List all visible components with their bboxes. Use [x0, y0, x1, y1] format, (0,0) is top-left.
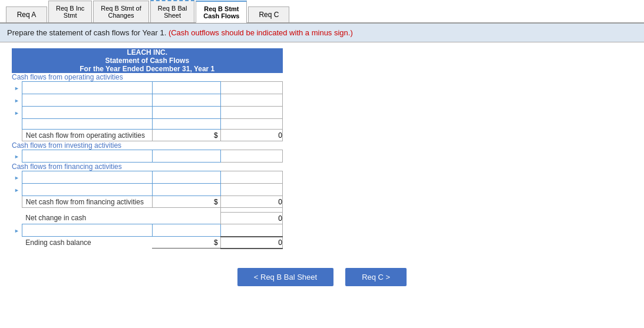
- operating-input-row-2: ►: [12, 94, 283, 107]
- investing-section-label: Cash flows from investing activities: [12, 141, 283, 150]
- op-input-desc-1[interactable]: [23, 82, 151, 93]
- fin-spacer-row: [12, 208, 283, 213]
- net-financing-value: 0: [220, 196, 282, 208]
- operating-input-row-3: ►: [12, 107, 283, 119]
- tab-req-b-inc[interactable]: Req B Inc Stmt: [48, 1, 92, 22]
- tab-req-c[interactable]: Req C: [248, 6, 289, 22]
- op-input-desc-3[interactable]: [23, 107, 151, 118]
- net-operating-dollar: $: [214, 131, 218, 140]
- fin-input-val-2[interactable]: [153, 184, 220, 195]
- financing-section-label-row: Cash flows from financing activities: [12, 163, 283, 171]
- company-name-row: LEACH INC.: [12, 48, 283, 57]
- ending-input-row: ►: [12, 224, 283, 237]
- ending-input-val[interactable]: [153, 225, 220, 236]
- inv-input-val[interactable]: [153, 151, 220, 161]
- net-change-value: 0: [220, 213, 282, 224]
- net-operating-row: Net cash flow from operating activities …: [12, 130, 283, 141]
- net-operating-label: Net cash flow from operating activities: [22, 130, 152, 141]
- inv-input-desc[interactable]: [23, 151, 151, 161]
- net-change-label: Net change in cash: [22, 213, 152, 224]
- op-input-val-1[interactable]: [153, 82, 220, 93]
- fin-input-val-1[interactable]: [153, 172, 220, 183]
- instruction-text: Prepare the statement of cash flows for …: [7, 28, 166, 37]
- op-input-val-3[interactable]: [153, 107, 220, 118]
- operating-input-row-1: ►: [12, 82, 283, 94]
- ending-input-desc[interactable]: [23, 225, 151, 236]
- operating-section-label: Cash flows from operating activities: [12, 73, 283, 82]
- statement-container: LEACH INC. Statement of Cash Flows For t…: [12, 48, 283, 249]
- period-row: For the Year Ended December 31, Year 1: [12, 65, 283, 73]
- fin-input-desc-2[interactable]: [23, 184, 151, 195]
- financing-section-label: Cash flows from financing activities: [12, 163, 283, 171]
- instruction-warning: (Cash outflows should be indicated with …: [169, 28, 353, 37]
- instruction-bar: Prepare the statement of cash flows for …: [0, 24, 644, 42]
- tab-req-a[interactable]: Req A: [6, 6, 47, 22]
- period: For the Year Ended December 31, Year 1: [12, 65, 283, 73]
- statement-title-row: Statement of Cash Flows: [12, 57, 283, 65]
- investing-input-row: ►: [12, 150, 283, 163]
- statement-title: Statement of Cash Flows: [12, 57, 283, 65]
- tab-req-b-stmt-cash-flows[interactable]: Req B Stmt Cash Flows: [196, 1, 247, 23]
- financing-input-row-2: ►: [12, 184, 283, 196]
- op-input-desc-2[interactable]: [23, 95, 151, 105]
- tab-req-b-bal-sheet[interactable]: Req B Bal Sheet: [150, 0, 195, 22]
- tab-bar: Req A Req B Inc Stmt Req B Stmt of Chang…: [0, 0, 644, 24]
- net-financing-row: Net cash flow from financing activities …: [12, 196, 283, 208]
- tab-req-b-stmt-changes[interactable]: Req B Stmt of Changes: [93, 1, 148, 22]
- main-content: LEACH INC. Statement of Cash Flows For t…: [0, 42, 644, 255]
- company-name: LEACH INC.: [12, 48, 283, 57]
- net-financing-dollar: $: [214, 198, 218, 206]
- next-button[interactable]: Req C: [345, 268, 407, 286]
- financing-input-row-1: ►: [12, 171, 283, 184]
- op-input-val-2[interactable]: [153, 95, 220, 105]
- ending-cash-row: Ending cash balance $ 0: [12, 237, 283, 249]
- ending-dollar: $: [214, 238, 218, 247]
- op-spacer-row: [12, 119, 283, 130]
- ending-label: Ending cash balance: [22, 237, 152, 249]
- marker-2: ►: [12, 94, 22, 107]
- net-operating-value: 0: [220, 130, 282, 141]
- marker-1: ►: [12, 82, 22, 94]
- ending-value: 0: [220, 237, 282, 249]
- marker-3: ►: [12, 107, 22, 119]
- cash-flow-table: LEACH INC. Statement of Cash Flows For t…: [12, 48, 283, 249]
- prev-button[interactable]: Req B Bal Sheet: [237, 268, 333, 286]
- net-financing-label: Net cash flow from financing activities: [22, 196, 152, 208]
- operating-section-label-row: Cash flows from operating activities: [12, 73, 283, 82]
- investing-section-label-row: Cash flows from investing activities: [12, 141, 283, 150]
- bottom-nav: Req B Bal Sheet Req C: [0, 261, 644, 293]
- net-change-row: Net change in cash 0: [12, 213, 283, 224]
- fin-input-desc-1[interactable]: [23, 172, 151, 183]
